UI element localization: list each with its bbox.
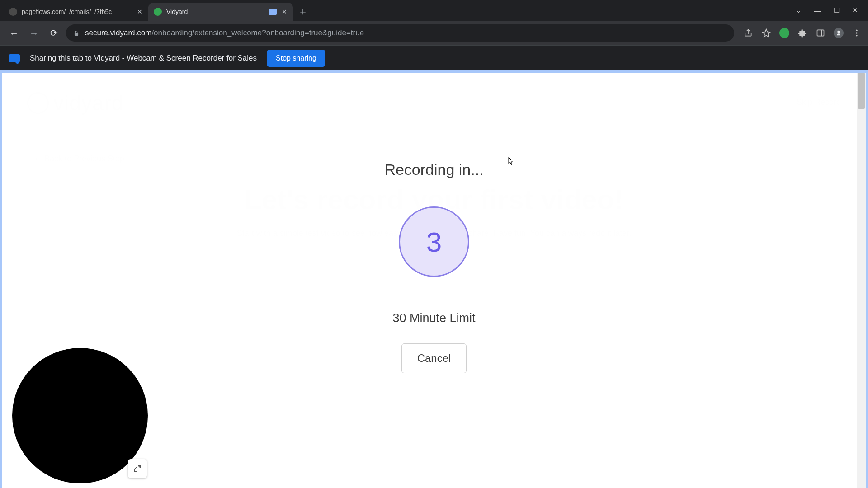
- expand-webcam-button[interactable]: [128, 459, 147, 478]
- stop-sharing-button[interactable]: Stop sharing: [267, 50, 326, 67]
- countdown-number: 3: [426, 226, 442, 258]
- tab-vidyard[interactable]: Vidyard ✕: [148, 3, 293, 21]
- sidepanel-icon[interactable]: [816, 28, 826, 38]
- lock-icon: [73, 30, 80, 36]
- star-icon[interactable]: [761, 28, 771, 38]
- chevron-down-icon[interactable]: ⌄: [796, 6, 802, 14]
- countdown-circle: 3: [399, 206, 469, 277]
- countdown-heading: Recording in...: [384, 161, 483, 178]
- globe-icon: [9, 8, 17, 16]
- close-window-icon[interactable]: ✕: [852, 6, 858, 14]
- tab-title: pageflows.com/_/emails/_/7fb5c: [22, 8, 132, 15]
- svg-rect-0: [817, 30, 824, 36]
- address-bar[interactable]: secure.vidyard.com/onboarding/extension_…: [66, 24, 734, 42]
- scrollbar-thumb[interactable]: [858, 73, 865, 109]
- webcam-preview[interactable]: [12, 348, 148, 483]
- cancel-button[interactable]: Cancel: [401, 343, 467, 373]
- share-icon[interactable]: [743, 28, 753, 38]
- svg-point-2: [856, 30, 857, 31]
- vidyard-icon: [154, 8, 162, 16]
- page-content: vidyard Skip Record ← Back to Previous S…: [2, 73, 866, 488]
- vertical-scrollbar[interactable]: [857, 73, 866, 488]
- maximize-icon[interactable]: ☐: [834, 6, 840, 14]
- forward-button[interactable]: →: [26, 25, 42, 41]
- tab-pageflows[interactable]: pageflows.com/_/emails/_/7fb5c ✕: [4, 3, 148, 21]
- extensions-icon[interactable]: [797, 28, 807, 38]
- tab-title: Vidyard: [166, 8, 264, 15]
- svg-point-3: [856, 32, 857, 33]
- url-text: secure.vidyard.com/onboarding/extension_…: [85, 28, 364, 38]
- toolbar: ← → ⟳ secure.vidyard.com/onboarding/exte…: [0, 21, 868, 45]
- new-tab-button[interactable]: ＋: [296, 5, 310, 19]
- vidyard-extension-icon[interactable]: [779, 28, 789, 38]
- profile-avatar[interactable]: [834, 28, 844, 38]
- tab-casting-icon: [269, 9, 277, 15]
- close-icon[interactable]: ✕: [137, 9, 143, 15]
- screen-share-icon: [9, 54, 20, 62]
- window-controls: ⌄ — ☐ ✕: [786, 0, 868, 21]
- sharing-message: Sharing this tab to Vidyard - Webcam & S…: [30, 54, 257, 63]
- reload-button[interactable]: ⟳: [46, 25, 61, 41]
- back-button[interactable]: ←: [6, 25, 22, 41]
- minimize-icon[interactable]: —: [814, 7, 821, 14]
- kebab-menu-icon[interactable]: [852, 28, 862, 38]
- svg-point-4: [856, 35, 857, 36]
- sharing-infobar: Sharing this tab to Vidyard - Webcam & S…: [0, 45, 868, 70]
- recording-limit-text: 30 Minute Limit: [392, 311, 475, 325]
- close-icon[interactable]: ✕: [281, 9, 288, 15]
- tab-strip: pageflows.com/_/emails/_/7fb5c ✕ Vidyard…: [0, 0, 868, 21]
